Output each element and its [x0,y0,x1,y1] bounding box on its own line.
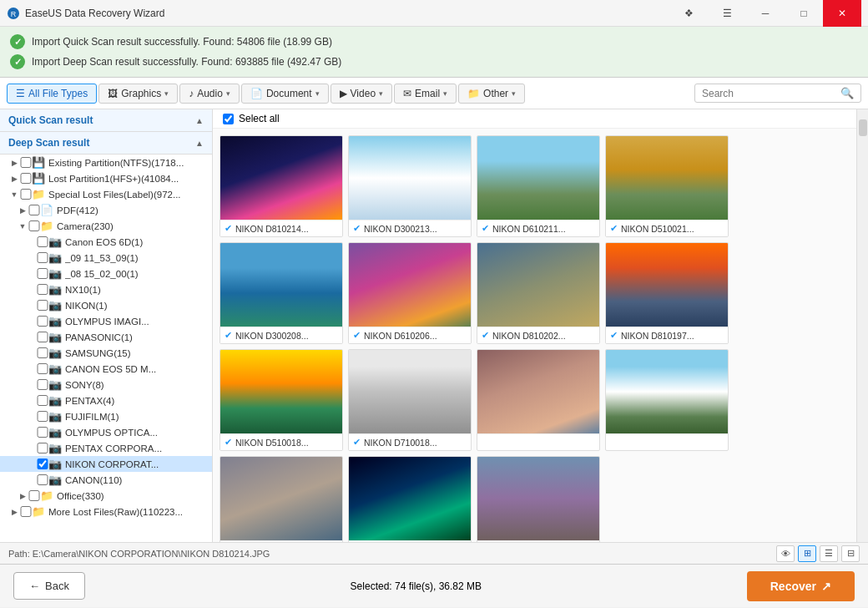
thumb-card-9[interactable]: ✔ NIKON D710018... [348,349,472,451]
filter-graphics[interactable]: 🖼 Graphics ▾ [98,84,178,104]
minimize-button[interactable]: ─ [746,0,785,27]
thumb-card-10[interactable] [477,349,600,451]
filter-document[interactable]: 📄 Document ▾ [241,84,329,104]
tree-checkbox[interactable] [28,205,40,215]
back-button[interactable]: ← Back [13,572,85,600]
tree-item-nikon-corp[interactable]: 📷 NIKON CORPORAT... [0,456,212,472]
chevron-down-icon-3: ▾ [315,89,320,98]
tree-item-label: Camera(230) [57,221,114,231]
thumb-card-1[interactable]: ✔ NIKON D300213... [348,135,472,237]
tree-item-nx10[interactable]: 📷 NX10(1) [0,281,212,297]
tree-item-nikon[interactable]: 📷 NIKON(1) [0,297,212,313]
thumb-card-3[interactable]: ✔ NIKON D510021... [605,135,729,237]
tree-checkbox[interactable] [37,459,48,469]
thumb-image-3 [606,136,729,220]
tree-checkbox[interactable] [37,268,48,279]
tree-checkbox[interactable] [37,347,48,358]
tree-checkbox[interactable] [37,474,48,485]
tree-item-camera[interactable]: ▼ 📁 Camera(230) [0,218,212,234]
tree-checkbox[interactable] [28,220,40,231]
thumb-card-5[interactable]: ✔ NIKON D610206... [348,242,472,344]
camera-icon: 📷 [48,458,62,470]
tree-item-label: OLYMPUS IMAGI... [65,317,149,327]
scrollbar[interactable] [856,109,868,542]
tree-item-samsung[interactable]: 📷 SAMSUNG(15) [0,345,212,361]
tree-item-existing-partition[interactable]: ▶ 💾 Existing Partition(NTFS)(1718... [0,155,212,170]
tree-checkbox[interactable] [37,332,48,342]
quick-scan-header[interactable]: Quick Scan result ▲ [0,109,212,132]
close-button[interactable]: ✕ [823,0,861,27]
tree-item-olympus[interactable]: 📷 OLYMPUS IMAGI... [0,313,212,329]
detail-view-button[interactable]: ⊟ [841,545,860,562]
tree-item-more-lost[interactable]: ▶ 📁 More Lost Files(Raw)(110223... [0,504,212,519]
thumb-card-13[interactable] [348,456,472,542]
tree-item-08[interactable]: 📷 _08 15_02_00(1) [0,266,212,281]
tree-item-canon-5d[interactable]: 📷 CANON EOS 5D M... [0,361,212,377]
tree-item-olympus-optica[interactable]: 📷 OLYMPUS OPTICA... [0,424,212,440]
tree-checkbox[interactable] [37,236,48,247]
tree-item-special-lost[interactable]: ▼ 📁 Special Lost Files(Label)(972... [0,186,212,202]
deep-scan-header[interactable]: Deep Scan result ▲ [0,132,212,155]
thumb-card-6[interactable]: ✔ NIKON D810202... [477,242,600,344]
tree-checkbox[interactable] [20,506,32,517]
tree-checkbox[interactable] [37,427,48,438]
tree-checkbox[interactable] [37,443,48,453]
tree-checkbox[interactable] [37,316,48,327]
filter-email[interactable]: ✉ Email ▾ [394,84,457,104]
filter-label-other: Other [483,88,508,99]
recover-button[interactable]: Recover ↗ [747,571,855,601]
thumb-card-14[interactable] [477,456,600,542]
tree-checkbox[interactable] [20,173,32,184]
thumb-label-0: ✔ NIKON D810214... [220,220,342,236]
search-input[interactable] [702,88,840,99]
tree-item-fujifilm[interactable]: 📷 FUJIFILM(1) [0,408,212,424]
thumb-filename-2: NIKON D610211... [492,224,566,234]
filter-bar: ☰ All File Types 🖼 Graphics ▾ ♪ Audio ▾ … [0,78,868,109]
thumb-card-8[interactable]: ✔ NIKON D510018... [220,349,343,451]
thumb-card-7[interactable]: ✔ NIKON D810197... [605,242,729,344]
tree-item-pentax-corp[interactable]: 📷 PENTAX CORPORA... [0,440,212,456]
thumb-card-12[interactable] [220,456,343,542]
tree-item-panasonic[interactable]: 📷 PANASONIC(1) [0,329,212,345]
tree-item-office[interactable]: ▶ 📁 Office(330) [0,488,212,504]
filter-video[interactable]: ▶ Video ▾ [331,84,392,104]
tree-item-pdf[interactable]: ▶ 📄 PDF(412) [0,202,212,218]
message-button[interactable]: ☰ [708,0,746,27]
preview-button[interactable]: 👁 [776,545,795,562]
search-box[interactable]: 🔍 [694,84,861,103]
tree-item-pentax[interactable]: 📷 PENTAX(4) [0,393,212,408]
thumb-card-4[interactable]: ✔ NIKON D300208... [220,242,343,344]
expander-spacer [25,397,37,405]
list-view-button[interactable]: ☰ [820,545,838,562]
tree-checkbox[interactable] [37,363,48,374]
scrollbar-thumb[interactable] [859,119,867,136]
bottom-bar: ← Back Selected: 74 file(s), 36.82 MB Re… [0,564,868,607]
tree-checkbox[interactable] [37,300,48,311]
maximize-button[interactable]: □ [785,0,823,27]
filter-audio[interactable]: ♪ Audio ▾ [179,84,240,104]
tree-checkbox[interactable] [37,395,48,406]
camera-icon: 📷 [48,331,62,343]
tree-checkbox[interactable] [37,379,48,390]
tree-checkbox[interactable] [28,490,40,501]
tree-item-09[interactable]: 📷 _09 11_53_09(1) [0,250,212,266]
thumb-card-11[interactable] [605,349,729,451]
filter-other[interactable]: 📁 Other ▾ [458,84,525,104]
tree-item-canon-eos-6d[interactable]: 📷 Canon EOS 6D(1) [0,234,212,250]
tree-checkbox[interactable] [20,157,32,168]
content-area: Select all ✔ NIKON D810214... ✔ NIKON D3… [213,109,856,542]
thumb-card-2[interactable]: ✔ NIKON D610211... [477,135,600,237]
tree-checkbox[interactable] [37,252,48,263]
tree-checkbox[interactable] [20,189,32,200]
select-all-checkbox[interactable] [223,114,234,124]
tree-item-canon[interactable]: 📷 CANON(110) [0,472,212,488]
tree-item-sony[interactable]: 📷 SONY(8) [0,377,212,393]
tree-checkbox[interactable] [37,411,48,422]
filter-all-file-types[interactable]: ☰ All File Types [7,84,97,104]
tree-checkbox[interactable] [37,284,48,295]
expander-spacer [25,270,37,278]
restore-button[interactable]: ❖ [669,0,708,27]
grid-view-button[interactable]: ⊞ [798,545,816,562]
thumb-card-0[interactable]: ✔ NIKON D810214... [220,135,343,237]
tree-item-lost-partition[interactable]: ▶ 💾 Lost Partition1(HFS+)(41084... [0,170,212,186]
